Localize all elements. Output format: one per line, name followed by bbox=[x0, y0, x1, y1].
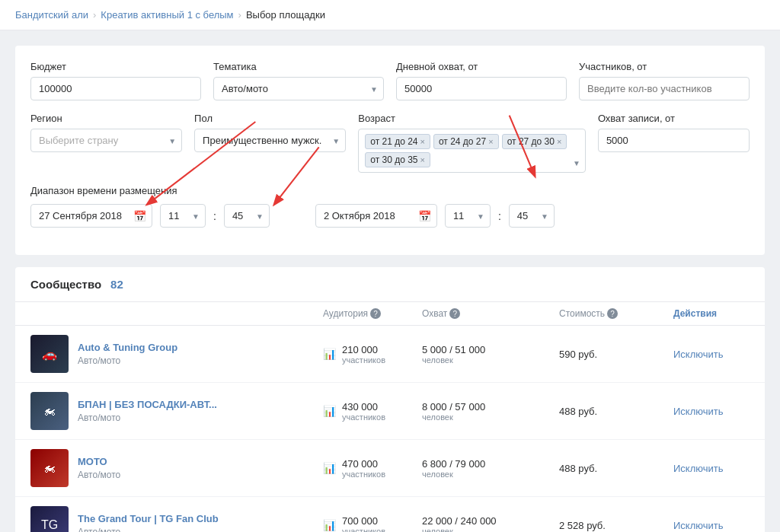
audience-cell-1: 📊 430 000 участников bbox=[323, 401, 422, 422]
time-range-label: Диапазон времени размещения bbox=[30, 185, 750, 196]
community-info-2: 🏍 МОТО Авто/мото bbox=[30, 449, 323, 487]
vozrast-tags-container[interactable]: от 21 до 24 × от 24 до 27 × от 27 до 30 … bbox=[358, 129, 586, 173]
vozrast-tag-text-3: от 30 до 35 bbox=[370, 155, 417, 165]
filter-group-pol: Пол Преимущественно мужск... ▼ bbox=[194, 113, 346, 152]
community-info-1: 🏍 БПАН | БЕЗ ПОСАДКИ-АВТ... Авто/мото bbox=[30, 392, 323, 430]
ohvat-cell-1: 8 000 / 57 000 человек bbox=[422, 401, 559, 422]
budget-input[interactable] bbox=[30, 77, 201, 100]
ohvat-unit-0: человек bbox=[422, 355, 559, 365]
ohvat-unit-1: человек bbox=[422, 413, 559, 422]
action-cell-0: Исключить bbox=[673, 349, 750, 360]
pol-label: Пол bbox=[194, 113, 346, 124]
community-name-2[interactable]: МОТО bbox=[78, 456, 120, 467]
audience-data-1: 430 000 участников bbox=[342, 401, 385, 422]
vozrast-chevron-icon: ▼ bbox=[573, 159, 580, 167]
dnevnoy-label: Дневной охват, от bbox=[396, 61, 567, 72]
table-row: TG The Grand Tour | TG Fan Club Авто/мот… bbox=[15, 497, 765, 532]
time-from-min-wrapper: 45 ▼ bbox=[224, 204, 270, 228]
community-avatar-0: 🚗 bbox=[30, 335, 69, 373]
audience-number-3: 700 000 bbox=[342, 515, 385, 527]
action-cell-1: Исключить bbox=[673, 406, 750, 417]
th-stoimost: Стоимость ? bbox=[559, 308, 673, 319]
time-row: 📅 11 ▼ : 45 ▼ bbox=[30, 204, 750, 228]
time-to-min-select[interactable]: 45 bbox=[509, 204, 555, 228]
th-ohvat-help-icon[interactable]: ? bbox=[449, 308, 460, 319]
bar-icon-2: 📊 bbox=[323, 462, 336, 474]
audience-cell-0: 📊 210 000 участников bbox=[323, 344, 422, 365]
ohvat-cell-0: 5 000 / 51 000 человек bbox=[422, 344, 559, 365]
th-ohvat: Охват ? bbox=[422, 308, 559, 319]
date-to-input[interactable] bbox=[315, 204, 437, 228]
communities-card: Сообщество 82 Аудитория ? Охват ? Стоимо… bbox=[15, 267, 765, 532]
filters-card: Бюджет Тематика Авто/мото ▼ Дневной охва… bbox=[15, 46, 765, 255]
pol-select[interactable]: Преимущественно мужск... bbox=[194, 129, 346, 152]
filter-group-vozrast: Возраст от 21 до 24 × от 24 до 27 × от 2… bbox=[358, 113, 586, 173]
table-header: Аудитория ? Охват ? Стоимость ? Действия bbox=[15, 302, 765, 326]
community-avatar-3: TG bbox=[30, 506, 69, 532]
th-audience-help-icon[interactable]: ? bbox=[370, 308, 381, 319]
audience-number-2: 470 000 bbox=[342, 458, 385, 470]
breadcrumb-sep1: › bbox=[93, 9, 96, 21]
audience-data-2: 470 000 участников bbox=[342, 458, 385, 479]
dnevnoy-input[interactable] bbox=[396, 77, 567, 100]
community-name-1[interactable]: БПАН | БЕЗ ПОСАДКИ-АВТ... bbox=[78, 399, 217, 410]
vozrast-tag-close-2[interactable]: × bbox=[557, 137, 561, 146]
tematika-select[interactable]: Авто/мото bbox=[213, 77, 384, 100]
community-info-3: TG The Grand Tour | TG Fan Club Авто/мот… bbox=[30, 506, 323, 532]
community-name-0[interactable]: Auto & Tuning Group bbox=[78, 342, 177, 353]
audience-label-1: участников bbox=[342, 413, 385, 422]
isklyuchit-button-1[interactable]: Исключить bbox=[673, 406, 724, 417]
community-name-3[interactable]: The Grand Tour | TG Fan Club bbox=[78, 513, 219, 524]
filter-row-1: Бюджет Тематика Авто/мото ▼ Дневной охва… bbox=[30, 61, 750, 100]
community-details-1: БПАН | БЕЗ ПОСАДКИ-АВТ... Авто/мото bbox=[78, 399, 217, 423]
bar-icon-0: 📊 bbox=[323, 348, 336, 360]
time-from-min-select[interactable]: 45 bbox=[224, 204, 270, 228]
isklyuchit-button-2[interactable]: Исключить bbox=[673, 463, 724, 474]
community-details-2: МОТО Авто/мото bbox=[78, 456, 120, 480]
breadcrumb: Бандитский али › Креатив активный 1 с бе… bbox=[0, 0, 780, 30]
budget-label: Бюджет bbox=[30, 61, 201, 72]
breadcrumb-part2[interactable]: Креатив активный 1 с белым bbox=[101, 9, 233, 21]
audience-label-3: участников bbox=[342, 527, 385, 533]
ohvat-input[interactable] bbox=[598, 129, 750, 152]
vozrast-tag-close-0[interactable]: × bbox=[420, 137, 425, 146]
th-community bbox=[30, 308, 323, 319]
community-category-0: Авто/мото bbox=[78, 355, 177, 366]
community-info-0: 🚗 Auto & Tuning Group Авто/мото bbox=[30, 335, 323, 373]
date-to-wrapper: 📅 bbox=[315, 204, 437, 228]
vozrast-tag-close-3[interactable]: × bbox=[420, 155, 425, 164]
action-cell-2: Исключить bbox=[673, 463, 750, 474]
filter-row-2: Регион Выберите страну ▼ Пол Преимуществ… bbox=[30, 113, 750, 173]
th-stoimost-help-icon[interactable]: ? bbox=[607, 308, 618, 319]
breadcrumb-part1[interactable]: Бандитский али bbox=[15, 9, 88, 21]
time-to-hour-select[interactable]: 11 bbox=[445, 204, 491, 228]
communities-title: Сообщество bbox=[30, 278, 101, 291]
audience-label-2: участников bbox=[342, 470, 385, 479]
isklyuchit-button-0[interactable]: Исключить bbox=[673, 349, 724, 360]
ohvat-numbers-3: 22 000 / 240 000 bbox=[422, 515, 559, 527]
filter-group-budget: Бюджет bbox=[30, 61, 201, 100]
filter-group-tematika: Тематика Авто/мото ▼ bbox=[213, 61, 384, 100]
tematika-label: Тематика bbox=[213, 61, 384, 72]
ohvat-cell-3: 22 000 / 240 000 человек bbox=[422, 515, 559, 533]
th-stoimost-label: Стоимость bbox=[559, 308, 605, 319]
uchastnikov-input[interactable] bbox=[579, 77, 750, 100]
community-details-0: Auto & Tuning Group Авто/мото bbox=[78, 342, 177, 366]
isklyuchit-button-3[interactable]: Исключить bbox=[673, 520, 724, 531]
th-ohvat-label: Охват bbox=[422, 308, 447, 319]
time-to-hour-wrapper: 11 ▼ bbox=[445, 204, 491, 228]
uchastnikov-label: Участников, от bbox=[579, 61, 750, 72]
vozrast-tag-close-1[interactable]: × bbox=[488, 137, 493, 146]
date-from-input[interactable] bbox=[30, 204, 152, 228]
community-avatar-1: 🏍 bbox=[30, 392, 69, 430]
time-from-hour-select[interactable]: 11 bbox=[160, 204, 206, 228]
region-select-wrapper: Выберите страну ▼ bbox=[30, 129, 182, 152]
bar-icon-1: 📊 bbox=[323, 405, 336, 417]
audience-number-0: 210 000 bbox=[342, 344, 385, 355]
table-row: 🏍 МОТО Авто/мото 📊 470 000 участников 6 … bbox=[15, 440, 765, 497]
communities-count: 82 bbox=[110, 278, 123, 291]
audience-label-0: участников bbox=[342, 355, 385, 365]
ohvat-numbers-1: 8 000 / 57 000 bbox=[422, 401, 559, 413]
time-range-section: Диапазон времени размещения 📅 11 ▼ : bbox=[30, 185, 750, 228]
region-select[interactable]: Выберите страну bbox=[30, 129, 182, 152]
